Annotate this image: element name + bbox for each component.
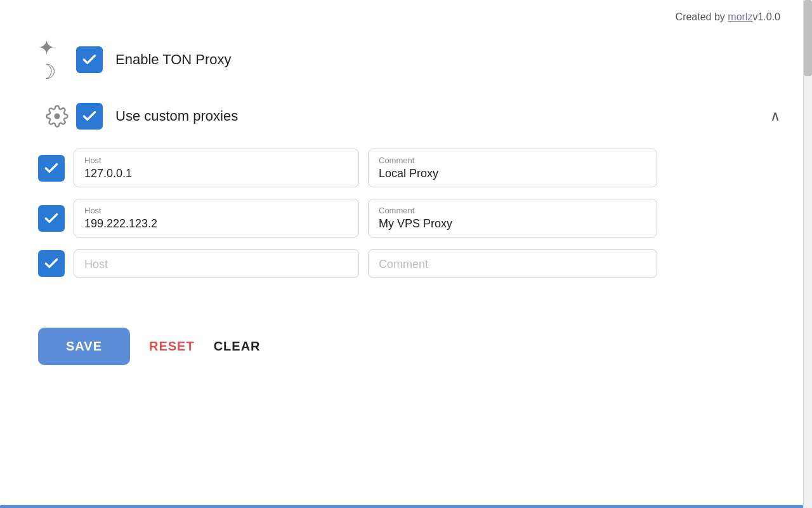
reset-button[interactable]: RESET xyxy=(149,339,195,354)
proxy-3-comment-field[interactable] xyxy=(368,249,657,278)
header: Created by morlzv1.0.0 xyxy=(0,0,812,29)
proxy-1-comment-label: Comment xyxy=(379,156,646,165)
proxy-row-2: Host Comment xyxy=(38,199,780,237)
use-custom-proxies-label: Use custom proxies xyxy=(115,108,764,124)
clear-button[interactable]: CLEAR xyxy=(214,339,261,354)
proxy-2-host-field[interactable]: Host xyxy=(74,199,359,237)
bottom-accent-bar xyxy=(0,505,803,508)
proxy-1-host-field[interactable]: Host xyxy=(74,149,359,187)
bottom-bar: SAVE RESET CLEAR xyxy=(0,315,812,378)
ton-proxy-icon-area: ✦ ☽ xyxy=(38,36,76,84)
gear-icon-area xyxy=(38,105,76,128)
gear-icon xyxy=(46,105,69,128)
use-custom-proxies-row: Use custom proxies ∧ xyxy=(38,103,780,130)
scrollbar-thumb[interactable] xyxy=(804,0,812,76)
scrollbar[interactable] xyxy=(803,0,812,508)
checkmark-icon xyxy=(43,255,60,272)
proxy-1-checkbox[interactable] xyxy=(38,155,65,182)
save-button[interactable]: SAVE xyxy=(38,328,130,365)
proxy-2-host-input[interactable] xyxy=(84,217,348,231)
proxy-3-checkbox[interactable] xyxy=(38,250,65,277)
enable-ton-proxy-checkbox[interactable] xyxy=(76,46,103,73)
checkmark-icon xyxy=(43,210,60,227)
proxy-row-1: Host Comment xyxy=(38,149,780,187)
header-text: Created by morlzv1.0.0 xyxy=(676,11,780,23)
enable-ton-proxy-row: ✦ ☽ Enable TON Proxy xyxy=(38,36,780,84)
enable-ton-proxy-label: Enable TON Proxy xyxy=(115,51,780,68)
proxy-1-comment-field[interactable]: Comment xyxy=(368,149,657,187)
proxy-1-comment-input[interactable] xyxy=(379,167,646,180)
proxy-1-host-label: Host xyxy=(84,156,348,165)
proxy-1-host-input[interactable] xyxy=(84,167,348,180)
proxy-3-host-input[interactable] xyxy=(84,258,348,271)
chevron-up-icon[interactable]: ∧ xyxy=(770,108,780,124)
proxy-3-host-field[interactable] xyxy=(74,249,359,278)
checkmark-icon xyxy=(81,108,98,124)
proxy-3-comment-input[interactable] xyxy=(379,258,646,271)
proxy-2-comment-input[interactable] xyxy=(379,217,646,231)
use-custom-proxies-checkbox[interactable] xyxy=(76,103,103,130)
proxy-row-3 xyxy=(38,249,780,278)
main-content: ✦ ☽ Enable TON Proxy Use custom proxies … xyxy=(0,29,812,302)
version-label: v1.0.0 xyxy=(752,11,780,22)
proxy-2-host-label: Host xyxy=(84,206,348,215)
author-link[interactable]: morlz xyxy=(728,11,752,22)
proxy-2-comment-field[interactable]: Comment xyxy=(368,199,657,237)
proxy-2-checkbox[interactable] xyxy=(38,205,65,232)
checkmark-icon xyxy=(43,160,60,177)
proxy-2-comment-label: Comment xyxy=(379,206,646,215)
sparkle-icon: ✦ ☽ xyxy=(38,36,76,84)
proxy-section: Host Comment Host Comment xyxy=(38,149,780,278)
created-by-label: Created by xyxy=(676,11,728,22)
checkmark-icon xyxy=(81,51,98,68)
